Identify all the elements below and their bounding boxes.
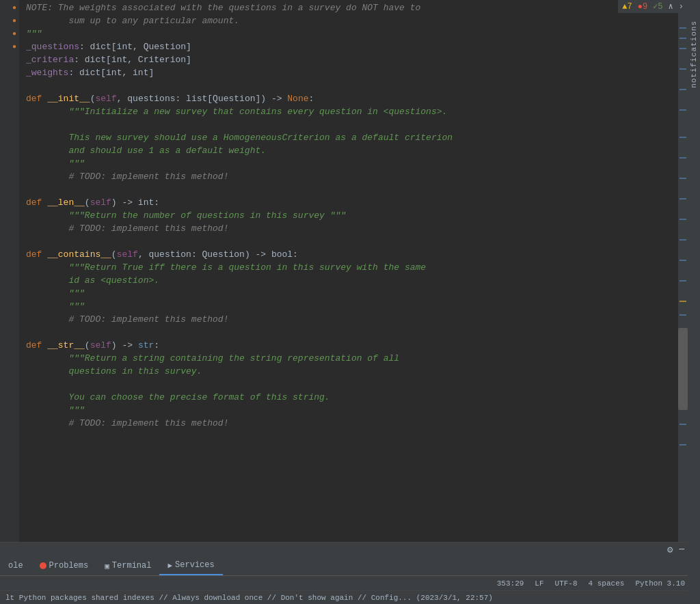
- editor-area: ● ● ● ●: [0, 0, 700, 542]
- expand-icon[interactable]: ∧: [669, 1, 673, 12]
- code-line: """: [26, 157, 671, 170]
- code-line: """Return a string containing the string…: [26, 352, 671, 365]
- line-ending: LF: [535, 579, 543, 588]
- problems-error-icon: [40, 562, 46, 569]
- code-line: def __len__(self) -> int:: [26, 196, 671, 209]
- encoding: UTF-8: [555, 579, 578, 588]
- code-line: def __init__(self, questions: list[Quest…: [26, 92, 671, 105]
- code-line: # TODO: implement this method!: [26, 417, 671, 430]
- tab-terminal[interactable]: ▣ Terminal: [96, 556, 159, 575]
- code-content[interactable]: NOTE: The weights associated with the qu…: [19, 0, 678, 542]
- code-line: [26, 118, 671, 131]
- info-message: lt Python packages shared indexes // Alw…: [5, 594, 493, 602]
- scrollbar-thumb[interactable]: [678, 328, 688, 410]
- gear-button[interactable]: ⚙: [667, 544, 673, 556]
- code-line: """: [26, 287, 671, 300]
- code-line: # TODO: implement this method!: [26, 313, 671, 326]
- code-line: This new survey should use a Homogeneous…: [26, 131, 671, 144]
- code-line: # TODO: implement this method!: [26, 222, 671, 235]
- code-line: """Initialize a new survey that contains…: [26, 105, 671, 118]
- code-line: id as <question>.: [26, 274, 671, 287]
- tab-bar: ole Problems ▣ Terminal ▶ Services: [0, 556, 700, 575]
- code-line: def __str__(self) -> str:: [26, 339, 671, 352]
- code-line: and should use 1 as a default weight.: [26, 144, 671, 157]
- code-line: [26, 326, 671, 339]
- cursor-position: 353:29: [497, 579, 524, 588]
- tab-ole[interactable]: ole: [0, 556, 31, 575]
- tab-services-label: Services: [175, 560, 215, 570]
- minimize-button[interactable]: −: [678, 544, 685, 556]
- status-bar: 353:29 LF UTF-8 4 spaces Python 3.10: [0, 575, 700, 590]
- notifications-label: notifications: [688, 0, 700, 604]
- code-line: [26, 378, 671, 391]
- info-bar: lt Python packages shared indexes // Alw…: [0, 590, 700, 604]
- code-line: """: [26, 27, 671, 40]
- tab-problems[interactable]: Problems: [31, 556, 97, 575]
- tab-services[interactable]: ▶ Services: [159, 556, 222, 575]
- code-line: You can choose the precise format of thi…: [26, 391, 671, 404]
- ok-badge[interactable]: ✓5: [653, 1, 662, 12]
- code-line: [26, 79, 671, 92]
- code-line: def __contains__(self, question: Questio…: [26, 248, 671, 261]
- warning-badge[interactable]: ▲7: [622, 2, 632, 12]
- code-line: sum up to any particular amount.: [26, 14, 671, 27]
- more-icon[interactable]: ›: [679, 2, 684, 12]
- tab-terminal-label: Terminal: [112, 561, 152, 571]
- code-line: """: [26, 404, 671, 417]
- tab-problems-label: Problems: [49, 561, 89, 571]
- minimap-scrollbar[interactable]: [678, 0, 688, 542]
- code-line: _criteria: dict[int, Criterion]: [26, 53, 671, 66]
- line-numbers: ● ● ● ●: [0, 0, 19, 542]
- code-line: [26, 235, 671, 248]
- code-line: _weights: dict[int, int]: [26, 66, 671, 79]
- code-line: """Return the number of questions in thi…: [26, 209, 671, 222]
- code-line: """Return True iff there is a question i…: [26, 261, 671, 274]
- terminal-icon: ▣: [105, 562, 109, 571]
- code-line: # TODO: implement this method!: [26, 170, 671, 183]
- code-line: questions in this survey.: [26, 365, 671, 378]
- code-line: NOTE: The weights associated with the qu…: [26, 1, 671, 14]
- top-bar: ▲7 ●9 ✓5 ∧ ›: [618, 0, 688, 13]
- code-line: [26, 183, 671, 196]
- status-right: 353:29 LF UTF-8 4 spaces Python 3.10: [497, 579, 685, 588]
- bottom-panel: ⚙ − ole Problems ▣ Terminal ▶ Services: [0, 542, 700, 575]
- language-version: Python 3.10: [635, 579, 685, 588]
- code-line: """: [26, 300, 671, 313]
- error-badge[interactable]: ●9: [638, 2, 647, 12]
- indent-style: 4 spaces: [589, 579, 625, 588]
- code-line: _questions: dict[int, Question]: [26, 40, 671, 53]
- services-play-icon: ▶: [167, 561, 172, 570]
